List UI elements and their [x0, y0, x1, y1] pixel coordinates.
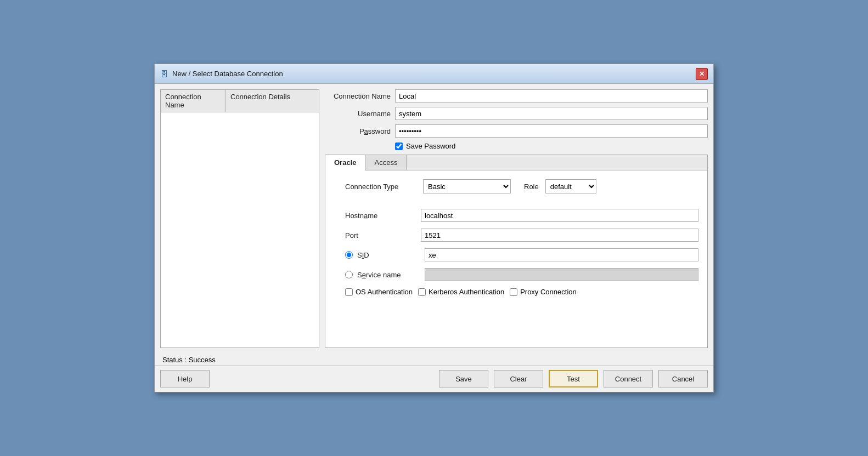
username-row: Username [325, 107, 708, 120]
footer: Help Save Clear Test Connect Cancel [155, 365, 713, 392]
service-name-radio[interactable] [345, 271, 353, 278]
os-auth-label[interactable]: OS Authentication [356, 288, 413, 296]
connection-type-row: Connection Type Basic TNS LDAP Advanced … [345, 179, 698, 193]
password-input[interactable] [395, 124, 708, 138]
hostname-input[interactable] [421, 209, 698, 222]
service-name-input[interactable] [425, 268, 698, 281]
port-row: Port [345, 229, 698, 242]
service-name-radio-label[interactable]: Service name [357, 271, 420, 279]
title-bar-left: 🗄 New / Select Database Connection [160, 70, 283, 78]
hostname-label: Hostname [345, 212, 416, 220]
kerberos-checkbox[interactable] [418, 288, 426, 296]
sid-radio-label[interactable]: SID [357, 251, 420, 259]
list-header: Connection Name Connection Details [161, 90, 319, 112]
connection-type-label: Connection Type [345, 183, 416, 191]
status-bar: Status : Success [155, 354, 713, 365]
kerberos-label[interactable]: Kerberos Authentication [429, 288, 504, 296]
tab-oracle[interactable]: Oracle [325, 155, 365, 170]
tab-access[interactable]: Access [365, 155, 407, 170]
tabs-container: Oracle Access Connection Type Basic TNS … [325, 155, 708, 348]
port-label: Port [345, 231, 416, 240]
title-bar: 🗄 New / Select Database Connection ✕ [155, 64, 713, 84]
port-input[interactable] [421, 229, 698, 242]
save-password-label[interactable]: Save Password [406, 142, 455, 150]
test-button[interactable]: Test [549, 370, 598, 387]
dialog-content: Connection Name Connection Details Conne… [155, 84, 713, 354]
role-select[interactable]: default SYSDBA SYSOPER [545, 179, 596, 193]
proxy-checkbox[interactable] [510, 288, 517, 296]
col-connection-name: Connection Name [161, 90, 226, 112]
save-password-row: Save Password [395, 142, 708, 150]
form-panel: Connection Name Username Password [325, 89, 708, 348]
role-label: Role [524, 183, 539, 191]
oracle-tab-content: Connection Type Basic TNS LDAP Advanced … [325, 170, 707, 347]
save-button[interactable]: Save [439, 370, 488, 387]
tabs-header: Oracle Access [325, 155, 707, 170]
col-connection-details: Connection Details [226, 90, 319, 112]
password-row: Password [325, 124, 708, 138]
clear-button[interactable]: Clear [494, 370, 543, 387]
os-auth-item: OS Authentication [345, 288, 413, 296]
cancel-button[interactable]: Cancel [658, 370, 708, 387]
sid-input[interactable] [425, 248, 698, 261]
username-input[interactable] [395, 107, 708, 120]
database-icon: 🗄 [160, 70, 168, 78]
proxy-item: Proxy Connection [510, 288, 577, 296]
connection-list-panel: Connection Name Connection Details [160, 89, 319, 348]
sid-row: SID [345, 248, 698, 261]
os-auth-checkbox[interactable] [345, 288, 353, 296]
main-dialog: 🗄 New / Select Database Connection ✕ Con… [154, 64, 714, 392]
connect-button[interactable]: Connect [604, 370, 653, 387]
spacer [334, 200, 698, 202]
kerberos-item: Kerberos Authentication [418, 288, 504, 296]
dialog-title: New / Select Database Connection [172, 70, 283, 78]
connection-list-body [161, 112, 319, 347]
proxy-label[interactable]: Proxy Connection [520, 288, 577, 296]
connection-name-label: Connection Name [325, 92, 391, 100]
footer-right: Save Clear Test Connect Cancel [439, 370, 708, 387]
footer-left: Help [160, 370, 210, 387]
status-text: Status : Success [162, 356, 216, 364]
service-name-row: Service name [345, 268, 698, 281]
connection-name-row: Connection Name [325, 89, 708, 102]
sid-radio[interactable] [345, 251, 353, 259]
close-button[interactable]: ✕ [696, 68, 708, 80]
save-password-checkbox[interactable] [395, 142, 403, 150]
help-button[interactable]: Help [160, 370, 210, 387]
auth-checkboxes-row: OS Authentication Kerberos Authenticatio… [345, 288, 698, 296]
hostname-row: Hostname [345, 209, 698, 222]
password-label: Password [325, 127, 391, 135]
username-label: Username [325, 110, 391, 118]
connection-name-input[interactable] [395, 89, 708, 102]
connection-type-select[interactable]: Basic TNS LDAP Advanced [423, 179, 511, 193]
